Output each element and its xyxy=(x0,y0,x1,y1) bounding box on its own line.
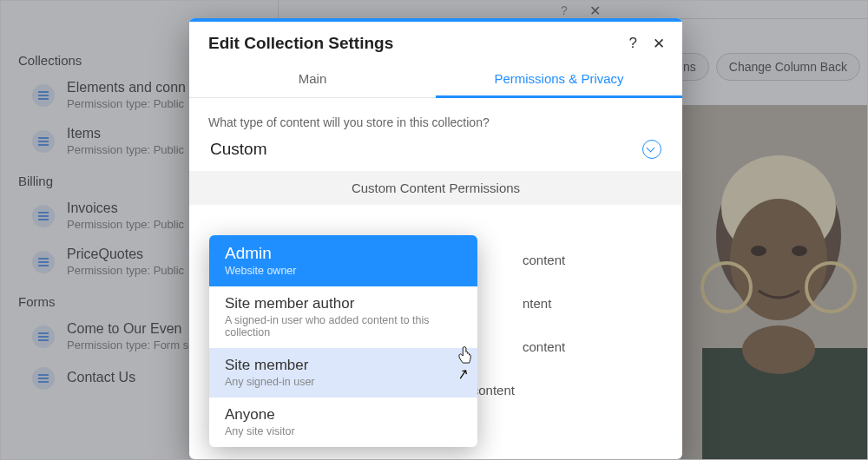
option-subtitle: Website owner xyxy=(225,265,462,277)
chevron-down-icon xyxy=(642,140,661,159)
role-dropdown[interactable]: Admin Website owner Site member author A… xyxy=(209,235,477,447)
permission-desc: content xyxy=(523,253,565,267)
dropdown-option-admin[interactable]: Admin Website owner xyxy=(209,235,477,286)
close-icon[interactable]: ✕ xyxy=(653,35,665,53)
option-subtitle: Any signed-in user xyxy=(225,376,462,388)
dropdown-option-site-member[interactable]: Site member Any signed-in user xyxy=(209,348,477,398)
content-type-select[interactable]: Custom xyxy=(208,136,663,171)
permissions-band: Custom Content Permissions xyxy=(189,171,682,205)
tab-main[interactable]: Main xyxy=(189,62,436,97)
content-type-value: Custom xyxy=(210,140,266,159)
modal-tabs: Main Permissions & Privacy xyxy=(189,62,682,98)
modal-title: Edit Collection Settings xyxy=(208,34,393,53)
option-title: Site member xyxy=(225,357,462,374)
tab-permissions-privacy[interactable]: Permissions & Privacy xyxy=(436,62,682,98)
option-title: Anyone xyxy=(225,406,462,424)
option-subtitle: A signed-in user who added content to th… xyxy=(225,314,462,338)
help-icon[interactable]: ? xyxy=(629,35,637,53)
dropdown-option-anyone[interactable]: Anyone Any site visitor xyxy=(209,398,477,447)
permission-desc: content xyxy=(523,339,565,354)
option-title: Site member author xyxy=(225,295,462,312)
permission-desc: ntent xyxy=(523,296,551,311)
option-subtitle: Any site visitor xyxy=(225,425,462,437)
option-title: Admin xyxy=(225,244,462,263)
content-type-question: What type of content will you store in t… xyxy=(208,115,663,129)
dropdown-option-site-member-author[interactable]: Site member author A signed-in user who … xyxy=(209,286,477,348)
